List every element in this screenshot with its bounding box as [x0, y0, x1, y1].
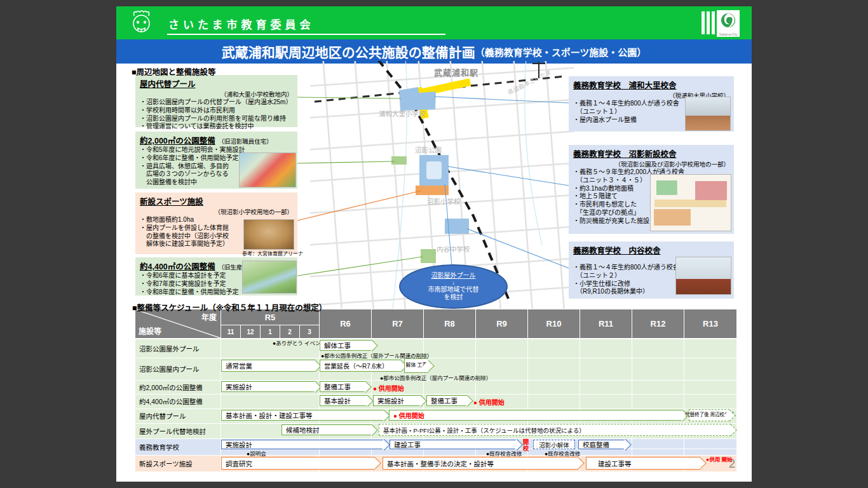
title-bar: 武蔵浦和駅周辺地区の公共施設の整備計画 （義務教育学校・スポーツ施設・公園）	[116, 39, 752, 64]
year-header-R6: R6	[320, 309, 371, 338]
map-label-numakage-elem: 沼影小学校	[427, 196, 461, 206]
map-label-uchiya-jhs: 内谷中学校	[437, 244, 470, 254]
service-start-label: ● 供用開始	[393, 410, 424, 420]
logo-text: Saitama City	[717, 32, 740, 36]
bullet: ・小学生仕様に改修 （R9,R10の長期休業中）	[573, 280, 680, 297]
org-name: さいたま市教育委員会	[168, 16, 315, 32]
service-start-label: ● 供用開始	[373, 383, 404, 393]
map-section-heading: ■周辺地図と整備施設等	[132, 65, 216, 78]
box-title: 義務教育学校 沼影新設校舎	[573, 150, 677, 159]
gantt-bar-site-study: 候補地検討	[281, 424, 372, 435]
map-label-urawa-osato: 浦和大里小学校	[379, 109, 426, 118]
row-label-pool-site-study: 屋外プール代替地検討	[135, 423, 220, 438]
table-row	[135, 339, 736, 358]
mascot-icon	[129, 10, 154, 37]
playground-photo	[239, 152, 296, 187]
ordinance-note: ●都市公園条例改正（屋内プール関連の削除）	[380, 374, 491, 381]
bullet: ・学校利用時間帯以外は市民利用	[140, 107, 293, 115]
renovation-note: ●既存校舎改修	[486, 449, 522, 457]
gantt-bar-research: 調査研究	[221, 457, 375, 470]
callout-line3: を検討	[400, 294, 506, 301]
box-title: 義務教育学校 内谷校舎	[573, 247, 661, 255]
gantt-bar-construction: 建設工事	[390, 440, 517, 449]
year-header-R9: R9	[476, 309, 527, 338]
bullet: ・沼影公園屋内プールの代替プール（屋内温水25m）	[140, 98, 293, 107]
box-subtitle: （現沼影小学校用地の一部）	[140, 207, 293, 216]
callout-line1: 沼影屋外プール	[400, 272, 506, 280]
floor-plan-image	[650, 174, 731, 231]
row-label-park-2000: 約2,000㎡の公園整備	[135, 380, 220, 394]
slide: さいたま市教育委員会 Saitama City 武蔵浦和駅周辺地区の公共施設の整…	[116, 6, 752, 482]
year-header-R10: R10	[528, 309, 580, 338]
gantt-bar-plan: 基本計画・整備手法の決定・設計等	[383, 457, 578, 470]
box-subtitle: （浦和大里小学校敷地内）	[140, 90, 293, 98]
info-box-school-urawa-osato: 義務教育学校 浦和大里校舎 （現浦和大里小学校） ・義務１～４年生約800人が通…	[569, 76, 734, 132]
bullet: ・沼影公園屋内プールの利用形態を可能な限り維持	[140, 115, 293, 123]
gym-photo	[243, 219, 294, 250]
info-box-park-2000: 約2,000㎡の公園整備 （旧沼影職員住宅） ・令和5年度に地元説明会・実施設計…	[135, 132, 297, 189]
park-4400-site	[421, 249, 436, 263]
park-2000-site	[391, 156, 407, 165]
bullet: ・義務１～４年生約800人が通う校舎 （ユニット２）	[573, 264, 680, 280]
event-note: ●ありがとう イベント	[273, 341, 317, 347]
callout-line2: 市南部地域で代替	[400, 286, 506, 294]
row-label-school: 義務教育学校	[135, 438, 220, 455]
gantt-bar-design: 実施設計	[373, 395, 421, 406]
corner-header-cell: 年度 施設等	[135, 309, 220, 338]
gantt-bar-work: 整備工事	[320, 381, 365, 392]
year-header-R13: R13	[684, 309, 736, 338]
station-platform	[420, 82, 470, 93]
deco-bar	[712, 11, 715, 34]
month-header: 11	[221, 325, 240, 338]
box-subtitle: （現沼影公園及び沼影小学校用地の一部）	[573, 159, 729, 168]
gantt-bar-ground-work: 校庭整備	[578, 440, 625, 449]
service-start-label: ● 供用開始	[473, 397, 505, 407]
page-title: 武蔵浦和駅周辺地区の公共施設の整備計画	[222, 42, 475, 61]
month-header: 3	[300, 325, 319, 338]
month-header: 12	[241, 325, 260, 338]
outdoor-pool-callout: 沼影屋外プール ↓ 市南部地域で代替 を検討	[399, 264, 508, 309]
page-number: 2	[729, 458, 735, 471]
deco-bar	[702, 11, 705, 34]
bullet: ・屋内プールを併設した体育館 の整備を検討中（沼影小学校 解体後に建設工事開始予…	[140, 224, 241, 248]
crosshair-cursor	[532, 63, 545, 64]
box-title: 約4,400㎡の公園整備	[140, 262, 215, 271]
page-title-sub: （義務教育学校・スポーツ施設・公園）	[475, 45, 647, 58]
year-header-R8: R8	[424, 309, 475, 338]
uchiya-site	[445, 219, 469, 234]
header-bar: さいたま市教育委員会 Saitama City	[116, 6, 752, 39]
year-header-R11: R11	[580, 309, 632, 338]
row-label-indoor-pool: 沼影公園屋内プール	[135, 358, 220, 380]
deco-bar	[707, 11, 710, 34]
park-photo	[242, 261, 297, 294]
school-opening-label: 開校	[522, 439, 529, 451]
info-box-indoor-replacement-pool: 屋内代替プール （浦和大里小学校敷地内） ・沼影公園屋内プールの代替プール（屋内…	[135, 75, 297, 127]
gantt-bar-ppfi: 基本計画・P-PFI公募・設計・工事（スケジュールは代替地の状況による）	[379, 424, 731, 436]
gantt-bar-construction: 建設工事等	[586, 457, 700, 470]
briefing-note: ●説明会	[247, 449, 266, 457]
school-photo	[675, 257, 731, 295]
gantt-bar-design: 実施設計	[221, 440, 384, 449]
row-label-sports: 新設スポーツ施設	[135, 455, 220, 471]
year-header-R12: R12	[632, 309, 684, 338]
bullet: ・市民利用も想定した 「生涯の学びの拠点」	[573, 201, 653, 217]
numakage-pool-shape	[426, 161, 442, 179]
org-underline	[167, 34, 445, 35]
gantt-bar-plan-design-build: 基本計画・設計・建設工事等	[221, 410, 384, 421]
saitama-city-logo: Saitama City	[717, 10, 740, 37]
info-box-new-sports-facility: 新設スポーツ施設 （現沼影小学校用地の一部） ・敷地面積約1.0ha ・屋内プー…	[135, 193, 297, 254]
info-box-park-4400: 約4,400㎡の公園整備 （旧生産緑地） ・令和6年度に基本設計を予定 ・令和7…	[135, 257, 297, 295]
map-label-station: 武蔵浦和駅	[434, 66, 478, 78]
renovation-note: ●既存校舎改修	[545, 449, 580, 457]
photo-caption: 参考：大宮体育館アリーナ	[242, 250, 303, 257]
gantt-bar-design: 実施設計	[221, 381, 315, 392]
gantt-bar-demolition: 解体 工事	[404, 358, 428, 373]
month-header: 2	[280, 325, 299, 338]
bullet: ・管理運営については業務委託を検討中	[140, 123, 293, 131]
box-title: 義務教育学校 浦和大里校舎	[573, 81, 677, 90]
corner-facility-label: 施設等	[139, 325, 161, 336]
gantt-bar-shared-use: 代替終了後 周辺校共用	[689, 409, 729, 421]
info-box-school-uchiya: 義務教育学校 内谷校舎 ・義務１～４年生約800人が通う校舎 （ユニット２） ・…	[569, 241, 734, 299]
bullet: ・遊具広場、休憩広場、多目的 広場の３つのゾーンからなる 公園整備を検討中	[140, 163, 238, 187]
row-label-park-4400: 約4,400㎡の公園整備	[135, 394, 220, 409]
